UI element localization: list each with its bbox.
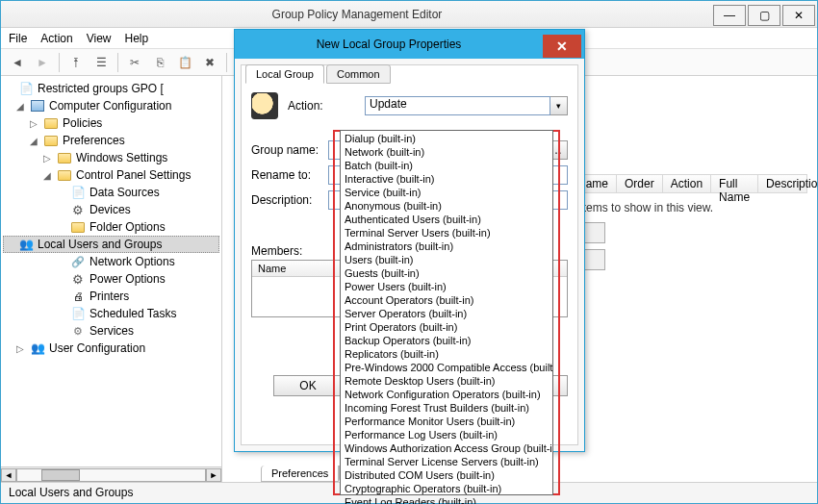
dropdown-item[interactable]: Cryptographic Operators (built-in) [341,482,552,495]
dropdown-item[interactable]: Windows Authorization Access Group (buil… [341,441,552,455]
rename-label: Rename to: [251,168,328,182]
col-action[interactable]: Action [663,175,711,192]
col-fullname[interactable]: Full Name [711,175,758,192]
scroll-thumb[interactable] [41,469,80,481]
group-face-icon [251,92,278,119]
col-order[interactable]: Order [617,175,663,192]
dropdown-item[interactable]: Terminal Server Users (built-in) [341,226,552,239]
dropdown-item[interactable]: Authenticated Users (built-in) [341,213,552,226]
folder-icon [58,153,71,164]
menu-view[interactable]: View [87,32,112,45]
tree-computer-config[interactable]: ◢ Computer Configuration [3,97,219,114]
dropdown-item[interactable]: Distributed COM Users (built-in) [341,468,552,482]
tree-cp-settings[interactable]: ◢ Control Panel Settings [3,166,219,184]
datasource-icon [70,185,86,200]
dropdown-item[interactable]: Service (built-in) [341,186,552,199]
ok-button[interactable]: OK [273,375,343,396]
close-button[interactable]: ✕ [782,5,815,26]
tree-devices[interactable]: Devices [3,201,219,218]
status-text: Local Users and Groups [9,486,133,499]
delete-button[interactable]: ✖ [199,52,220,73]
user-icon [30,340,45,356]
users-icon [18,237,34,252]
tab-local-group[interactable]: Local Group [245,64,324,84]
dropdown-item[interactable]: Network Configuration Operators (built-i… [341,388,552,401]
dropdown-item[interactable]: Backup Operators (built-in) [341,334,552,347]
group-name-label: Group name: [251,143,328,157]
dropdown-item[interactable]: Performance Log Users (built-in) [341,428,552,441]
dialog-titlebar[interactable]: New Local Group Properties ✕ [235,30,584,59]
dropdown-item[interactable]: Print Operators (built-in) [341,320,552,334]
cut-button[interactable]: ✂ [124,52,145,73]
tree-pane[interactable]: Restricted groups GPO [ ◢ Computer Confi… [1,76,222,482]
tree-root[interactable]: Restricted groups GPO [ [3,80,219,97]
tab-preferences[interactable]: Preferences [261,466,339,482]
forward-button[interactable]: ► [32,52,53,73]
col-description[interactable]: Description [758,175,817,192]
dropdown-item[interactable]: Users (built-in) [341,253,552,266]
dropdown-item[interactable]: Remote Desktop Users (built-in) [341,374,552,388]
tree-horizontal-scrollbar[interactable]: ◄ ► [1,466,221,482]
tree-services[interactable]: Services [3,322,219,340]
dropdown-item[interactable]: Incoming Forest Trust Builders (built-in… [341,401,552,415]
tree-folder-options[interactable]: Folder Options [3,218,219,236]
paste-button[interactable]: 📋 [174,52,195,73]
tree-scheduled-tasks[interactable]: Scheduled Tasks [3,305,219,322]
dropdown-item[interactable]: Performance Monitor Users (built-in) [341,415,552,428]
dropdown-item[interactable]: Administrators (built-in) [341,239,552,253]
dropdown-item[interactable]: Batch (built-in) [341,159,552,172]
tree-policies[interactable]: ▷ Policies [3,114,219,132]
dropdown-item[interactable]: Network (built-in) [341,145,552,159]
window-title: Group Policy Management Editor [1,8,713,21]
action-dropdown-button[interactable]: ▾ [550,96,568,115]
tree-user-config[interactable]: ▷ User Configuration [3,340,219,357]
list-header: Name Order Action Full Name Description [569,174,807,193]
folder-icon [44,136,58,146]
copy-button[interactable]: ⎘ [149,52,170,73]
menu-action[interactable]: Action [40,32,72,45]
dropdown-item[interactable]: Guests (built-in) [341,266,552,280]
tree-local-users-groups[interactable]: Local Users and Groups [3,236,219,253]
minimize-button[interactable]: — [713,5,746,26]
dropdown-item[interactable]: Pre-Windows 2000 Compatible Access (buil… [341,361,552,374]
show-hide-tree-button[interactable]: ☰ [90,52,112,73]
dropdown-item[interactable]: Account Operators (built-in) [341,293,552,307]
dropdown-item[interactable]: Power Users (built-in) [341,280,552,293]
tree-power-options[interactable]: Power Options [3,270,219,288]
dropdown-item[interactable]: Dialup (built-in) [341,132,552,145]
up-button[interactable]: ⭱ [65,52,87,73]
group-name-dropdown-list[interactable]: Dialup (built-in)Network (built-in)Batch… [340,130,553,495]
scroll-left-button[interactable]: ◄ [1,468,16,482]
tree-windows-settings[interactable]: ▷ Windows Settings [3,149,219,166]
dialog-close-button[interactable]: ✕ [543,35,581,58]
maximize-button[interactable]: ▢ [748,5,780,26]
dropdown-item[interactable]: Interactive (built-in) [341,172,552,186]
policy-icon [19,82,34,95]
network-icon [70,254,86,269]
tree-network-options[interactable]: Network Options [3,253,219,270]
titlebar: Group Policy Management Editor — ▢ ✕ [1,1,817,28]
printer-icon [70,289,86,304]
tree-data-sources[interactable]: Data Sources [3,184,219,201]
action-select[interactable]: Update [365,96,550,115]
dropdown-item[interactable]: Event Log Readers (built-in) [341,495,552,504]
folder-icon [58,170,71,181]
scroll-right-button[interactable]: ► [206,468,221,482]
tree-preferences[interactable]: ◢ Preferences [3,132,219,149]
dropdown-item[interactable]: Replicators (built-in) [341,347,552,361]
dropdown-item[interactable]: Anonymous (built-in) [341,199,552,213]
tree-printers[interactable]: Printers [3,288,219,305]
action-label: Action: [288,99,365,113]
scroll-track[interactable] [16,468,206,482]
dropdown-item[interactable]: Server Operators (built-in) [341,307,552,320]
description-label: Description: [251,193,328,207]
power-icon [70,271,86,287]
menu-file[interactable]: File [9,32,27,45]
dropdown-item[interactable]: Terminal Server License Servers (built-i… [341,455,552,468]
device-icon [70,202,86,217]
tab-common[interactable]: Common [326,64,391,84]
menu-help[interactable]: Help [125,32,149,45]
service-icon [70,323,86,339]
back-button[interactable]: ◄ [7,52,28,73]
folder-icon [71,222,85,233]
